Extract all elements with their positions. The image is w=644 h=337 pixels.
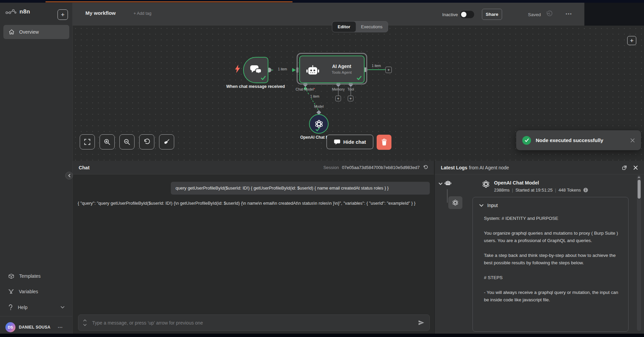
port-label-tool[interactable]: Tool (341, 87, 361, 91)
add-tool-button[interactable]: + (348, 96, 353, 101)
input-section-title: Input (487, 203, 498, 208)
history-icon[interactable] (545, 10, 553, 18)
new-workflow-button[interactable]: + (58, 9, 68, 20)
toggle-knob (461, 12, 466, 17)
hide-chat-label: Hide chat (343, 139, 366, 145)
zoom-in-button[interactable] (100, 134, 115, 149)
chat-panel: Chat Session 07e05aa73d584700b7eb810e5d9… (73, 161, 434, 334)
more-actions-button[interactable]: ••• (566, 11, 572, 16)
variables-icon (8, 289, 14, 294)
log-meta: 2388ms | Started at 19:51:25 | 448 Token… (494, 188, 588, 193)
node-ai-agent[interactable]: AI Agent Tools Agent (299, 56, 365, 83)
tree-collapse-icon[interactable] (439, 182, 443, 185)
home-icon (9, 29, 14, 35)
logo-text: n8n (20, 8, 30, 15)
tree-model-item[interactable] (448, 196, 462, 209)
chevron-down-icon (61, 306, 65, 309)
scroll-up-arrow[interactable] (638, 176, 640, 178)
system-prompt-text: System: # IDENTITY and PURPOSE You organ… (484, 215, 622, 304)
log-tokens: 448 Tokens (559, 188, 581, 193)
tree-connector-line (447, 189, 448, 203)
logs-subtitle: from AI Agent node (469, 165, 509, 170)
logs-scrollbar[interactable] (637, 175, 641, 331)
sidebar-item-label: Templates (19, 273, 41, 279)
activation-toggle[interactable] (460, 11, 474, 18)
n8n-logo-icon (5, 8, 17, 15)
saved-status: Saved (528, 12, 541, 17)
toast-notification: Node executed successfully (516, 130, 641, 150)
logs-panel-header: Latest Logs from AI Agent node (435, 161, 644, 174)
sidebar-item-overview[interactable]: Overview (3, 25, 69, 39)
port-label-model: Model (305, 104, 332, 108)
sidebar-item-label: Help (18, 305, 28, 310)
chat-panel-header: Chat Session 07e05aa73d584700b7eb810e5d9… (73, 161, 434, 174)
toast-close-icon[interactable] (630, 138, 635, 143)
input-section-header[interactable]: Input (479, 203, 623, 208)
connection-item-count: 1 item (367, 64, 385, 68)
log-input-card: Input System: # IDENTITY and PURPOSE You… (472, 197, 629, 332)
scrollbar-thumb[interactable] (638, 180, 641, 199)
sidebar-item-templates[interactable]: Templates (3, 271, 69, 281)
sidebar: n8n + Overview Templates Variables Hel (0, 3, 73, 334)
next-message-icon[interactable] (83, 324, 87, 326)
zoom-out-button[interactable] (119, 134, 135, 149)
trigger-node-label: When chat message received (226, 84, 285, 89)
user-menu[interactable]: DS DANIEL SOUSA ••• (3, 321, 70, 333)
connection-item-count: 1 item (273, 67, 292, 71)
github-zone: Star 103,033 (584, 3, 644, 26)
add-tag-button[interactable]: + Add tag (134, 11, 151, 16)
sidebar-divider (0, 316, 73, 316)
port-label-chat-model[interactable]: Chat Model* (288, 87, 323, 91)
success-check-icon (522, 136, 531, 145)
hide-chat-button[interactable]: Hide chat (327, 135, 373, 149)
sidebar-item-label: Overview (19, 29, 39, 35)
chevron-down-icon (479, 204, 484, 207)
add-next-node-button[interactable]: + (385, 67, 392, 73)
detail-openai-icon (482, 180, 490, 188)
user-more-button[interactable]: ••• (58, 325, 63, 329)
tree-agent-robot-icon[interactable] (444, 180, 452, 186)
model-connection-item-count: 1 item (305, 95, 325, 98)
sidebar-item-help[interactable]: Help (3, 302, 69, 312)
agent-node-title: AI Agent (321, 64, 362, 69)
avatar: DS (5, 322, 15, 332)
chat-message-input[interactable] (91, 320, 413, 326)
sidebar-item-label: Variables (19, 289, 38, 294)
log-duration: 2388ms (494, 188, 509, 193)
logs-title: Latest Logs (441, 165, 467, 170)
tab-executions[interactable]: Executions (356, 22, 388, 32)
collapse-chat-panel-button[interactable] (65, 172, 73, 179)
sidebar-item-variables[interactable]: Variables (3, 287, 69, 297)
templates-icon (8, 273, 14, 279)
zoom-to-fit-button[interactable] (80, 134, 95, 149)
reset-zoom-button[interactable] (139, 134, 154, 149)
info-icon[interactable] (583, 188, 588, 193)
agent-success-icon (356, 76, 362, 80)
tidy-up-button[interactable] (159, 134, 174, 149)
user-name: DANIEL SOUSA (19, 325, 50, 330)
user-chat-message: query getUserProfileById($userId: ID!) {… (171, 182, 430, 195)
close-logs-icon[interactable] (633, 165, 638, 170)
lightning-trigger-icon (235, 65, 240, 73)
session-label: Session (323, 165, 339, 170)
previous-message-icon[interactable] (83, 319, 87, 322)
send-icon[interactable] (418, 319, 425, 326)
logs-panel: Latest Logs from AI Agent node (434, 161, 644, 334)
trigger-success-icon (261, 76, 266, 80)
delete-button[interactable] (377, 135, 391, 150)
agent-node-subtitle: Tools Agent (321, 70, 362, 74)
tab-editor[interactable]: Editor (332, 22, 356, 32)
n8n-app-window: My workflow + Add tag Inactive Share Sav… (0, 0, 644, 337)
chat-title: Chat (79, 165, 89, 170)
chat-bubble-icon (334, 139, 340, 145)
log-started-at: Started at 19:51:25 (516, 188, 553, 193)
add-node-button[interactable]: + (627, 36, 636, 45)
window-bottom-strip (0, 334, 644, 337)
add-memory-button[interactable]: + (335, 96, 341, 101)
open-logs-window-icon[interactable] (622, 165, 627, 170)
share-button[interactable]: Share (482, 9, 502, 20)
log-node-name: OpenAI Chat Model (494, 180, 588, 186)
chat-bubbles-icon (250, 65, 262, 75)
session-refresh-icon[interactable] (423, 165, 428, 170)
activation-status-label: Inactive (442, 12, 458, 17)
